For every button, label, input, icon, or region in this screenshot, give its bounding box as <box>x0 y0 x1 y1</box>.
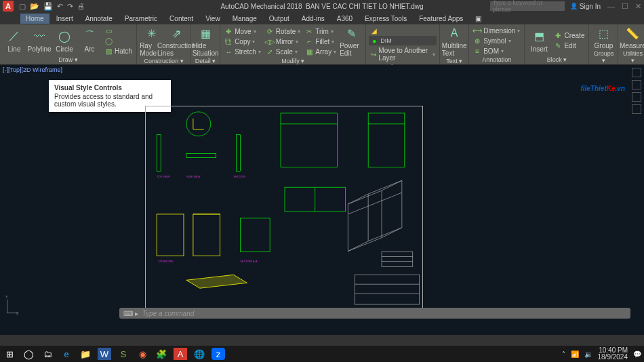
rotate-button[interactable]: ⟳Rotate <box>264 26 302 36</box>
tab-home[interactable]: Home <box>20 14 49 24</box>
trim-button[interactable]: ✂Trim <box>304 26 338 36</box>
move-button[interactable]: ✥Move <box>223 26 262 36</box>
sign-in-button[interactable]: 👤 Sign In <box>570 3 601 10</box>
bom-button[interactable]: ≡BOM <box>472 46 521 56</box>
svg-text:COVER PNL: COVER PNL <box>158 260 174 263</box>
system-tray[interactable]: ˄ 📶 🔉 10:40 PM 18/9/2024 💬 <box>562 347 642 361</box>
block-create-button[interactable]: ✚Create <box>552 31 586 41</box>
panel-draw-label[interactable]: Draw ▾ <box>3 56 134 63</box>
panel-modify-label[interactable]: Modify ▾ <box>223 57 363 64</box>
quick-access-toolbar: ▢ 📂 💾 ↶ ↷ 🖨 <box>19 2 85 11</box>
tab-output[interactable]: Output <box>264 14 295 24</box>
cortana-icon[interactable]: ◯ <box>22 348 35 360</box>
insert-button[interactable]: ⬒Insert <box>527 29 550 53</box>
arc-button[interactable]: ⌒Arc <box>78 29 101 53</box>
svg-text:SECTION: SECTION <box>234 175 246 178</box>
nav-orbit-icon[interactable] <box>632 104 641 114</box>
layer-props-button[interactable]: ◢ <box>369 26 437 35</box>
app-orange-icon[interactable]: ◉ <box>136 348 149 360</box>
polyline-button[interactable]: 〰Polyline <box>28 29 51 53</box>
tab-content[interactable]: Content <box>164 14 199 24</box>
panel-construction-label[interactable]: Construction ▾ <box>140 57 188 64</box>
tab-express[interactable]: Express Tools <box>359 14 412 24</box>
app-green-icon[interactable]: 🧩 <box>155 348 168 360</box>
move-to-layer-button[interactable]: ↪Move to Another Layer <box>369 46 437 62</box>
tab-addins[interactable]: Add-ins <box>296 14 330 24</box>
tab-view[interactable]: View <box>200 14 226 24</box>
tab-a360[interactable]: A360 <box>331 14 358 24</box>
edge-icon[interactable]: e <box>60 348 73 360</box>
tray-wifi-icon[interactable]: 📶 <box>571 350 579 358</box>
svg-text:X: X <box>16 311 19 315</box>
mirror-button[interactable]: ◁▷Mirror <box>264 37 302 46</box>
qat-save-icon[interactable]: 💾 <box>43 2 53 11</box>
drawing-area[interactable]: [-][Top][2D Wireframe] Visual Style Cont… <box>0 65 644 335</box>
multiline-text-button[interactable]: AMultiline Text <box>443 26 466 57</box>
qat-undo-icon[interactable]: ↶ <box>57 2 63 11</box>
group-button[interactable]: ⬚Group <box>592 26 615 49</box>
qat-redo-icon[interactable]: ↷ <box>67 2 73 11</box>
app-icon[interactable]: A <box>3 1 14 12</box>
start-button[interactable]: ⊞ <box>3 348 16 360</box>
command-line[interactable]: ⌨ ▸ Type a command <box>119 308 630 319</box>
zalo-icon[interactable]: z <box>212 348 225 360</box>
line-button[interactable]: ／Line <box>3 29 26 53</box>
nav-cube-icon[interactable] <box>632 80 641 89</box>
tray-up-icon[interactable]: ˄ <box>562 350 565 358</box>
word-icon[interactable]: W <box>98 348 111 360</box>
block-edit-button[interactable]: ✎Edit <box>552 41 586 51</box>
svg-rect-2 <box>186 154 216 158</box>
ellipse-button[interactable]: ◯ <box>103 36 134 45</box>
qat-new-icon[interactable]: ▢ <box>19 2 26 11</box>
panel-utilities-label[interactable]: Utilities ▾ <box>621 49 644 64</box>
tab-overflow-icon[interactable]: ▣ <box>470 14 487 24</box>
panel-detail-label[interactable]: Detail ▾ <box>194 57 217 64</box>
tab-insert[interactable]: Insert <box>51 14 79 24</box>
symbol-button[interactable]: ⊕Symbol <box>472 36 521 45</box>
window-maximize-icon[interactable]: ☐ <box>622 2 628 11</box>
nav-home-icon[interactable] <box>632 68 641 77</box>
measure-button[interactable]: 📏Measure <box>621 26 644 49</box>
hide-situation-button[interactable]: ▦Hide Situation <box>194 26 217 57</box>
tab-manage[interactable]: Manage <box>227 14 262 24</box>
panel-groups: ⬚Group Groups ▾ <box>589 24 618 64</box>
notifications-icon[interactable]: 💬 <box>633 350 641 358</box>
tray-sound-icon[interactable]: 🔉 <box>584 350 592 358</box>
panel-text-label[interactable]: Text ▾ <box>443 57 466 64</box>
panel-groups-label[interactable]: Groups ▾ <box>592 49 615 64</box>
layer-dropdown[interactable]: ● DIM <box>369 36 437 45</box>
help-search[interactable]: Type a keyword or phrase <box>490 1 565 11</box>
window-minimize-icon[interactable]: — <box>607 2 615 11</box>
clock-date[interactable]: 18/9/2024 <box>598 354 628 361</box>
window-close-icon[interactable]: ✕ <box>635 2 641 11</box>
svg-text:Y: Y <box>5 296 8 299</box>
tab-featured[interactable]: Featured Apps <box>414 14 468 24</box>
svg-text:TOP VIEW: TOP VIEW <box>157 175 170 178</box>
power-edit-button[interactable]: ✎Power Edit <box>340 26 363 57</box>
construction-lines-button[interactable]: ⇗Construction Lines <box>165 26 188 57</box>
tab-annotate[interactable]: Annotate <box>80 14 118 24</box>
nav-bar[interactable] <box>632 68 641 114</box>
array-button[interactable]: ▦Array <box>304 47 338 56</box>
taskview-icon[interactable]: 🗂 <box>41 348 54 360</box>
qat-plot-icon[interactable]: 🖨 <box>77 2 85 11</box>
site-logo: fileThietKe.vn <box>580 80 625 94</box>
dimension-button[interactable]: ⟷Dimension <box>472 26 521 35</box>
qat-open-icon[interactable]: 📂 <box>30 2 39 11</box>
autocad-taskbar-icon[interactable]: A <box>174 348 187 360</box>
panel-block-label[interactable]: Block ▾ <box>527 56 586 63</box>
explorer-icon[interactable]: 📁 <box>79 348 92 360</box>
rect-button[interactable]: ▭ <box>103 26 134 35</box>
scale-button[interactable]: ⤢Scale <box>264 47 302 56</box>
app-s-icon[interactable]: S <box>117 348 130 360</box>
hatch-button[interactable]: ▨Hatch <box>103 46 134 56</box>
viewport-label[interactable]: [-][Top][2D Wireframe] <box>3 66 62 73</box>
fillet-button[interactable]: ⌐Fillet <box>304 37 338 46</box>
svg-rect-14 <box>157 214 184 256</box>
tab-parametric[interactable]: Parametric <box>119 14 163 24</box>
circle-button[interactable]: ◯Circle <box>53 29 76 53</box>
nav-pan-icon[interactable] <box>632 92 641 102</box>
chrome-icon[interactable]: 🌐 <box>193 348 206 360</box>
copy-button[interactable]: ⿻Copy <box>223 37 262 46</box>
stretch-button[interactable]: ↔Stretch <box>223 47 262 56</box>
